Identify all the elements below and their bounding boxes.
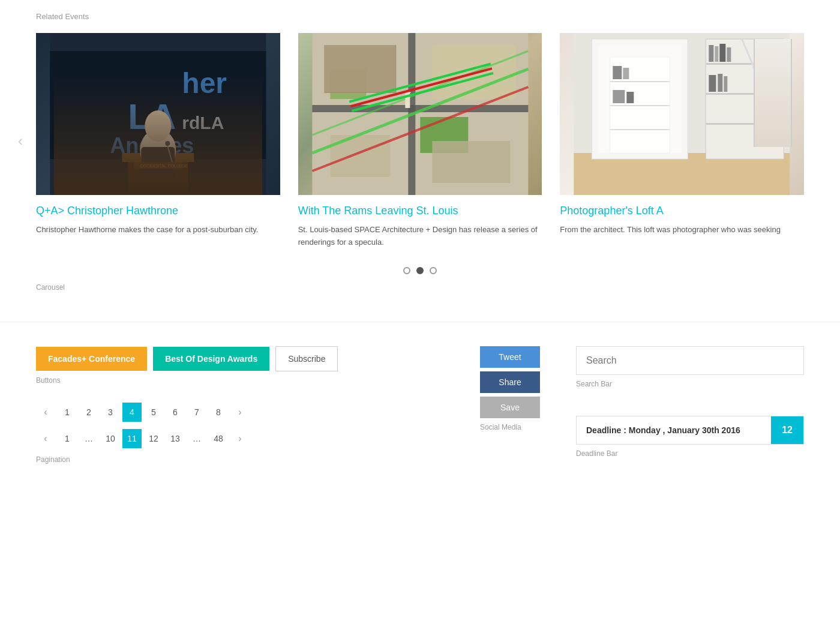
svg-rect-40: [709, 75, 716, 92]
facades-conference-button[interactable]: Facades+ Conference: [36, 347, 147, 371]
share-button[interactable]: Share: [480, 371, 540, 393]
deadline-bar: Deadline : Monday , January 30th 2016 12: [576, 416, 804, 445]
pagination-label: Pagination: [36, 455, 456, 464]
deadline-text: Deadline : Monday , January 30th 2016: [577, 417, 771, 443]
bottom-section: Facades+ Conference Best Of Design Award…: [0, 328, 840, 482]
deadline-bar-label: Deadline Bar: [576, 449, 804, 458]
search-bar-label: Search Bar: [576, 380, 804, 388]
social-media-label: Social Media: [480, 423, 552, 431]
svg-rect-28: [405, 93, 410, 108]
svg-line-11: [167, 144, 173, 165]
pagination-1-page-5[interactable]: 5: [144, 403, 163, 422]
svg-text:her: her: [182, 67, 227, 99]
carousel-label: Carousel: [36, 283, 804, 292]
pagination-1: ‹ 1 2 3 4 5 6 7 8 ›: [36, 403, 456, 422]
pagination-1-page-2[interactable]: 2: [79, 403, 98, 422]
pagination-2-page-10[interactable]: 10: [101, 429, 120, 448]
svg-text:LA: LA: [128, 97, 176, 137]
best-of-design-awards-button[interactable]: Best Of Design Awards: [153, 347, 269, 371]
svg-rect-41: [718, 74, 723, 92]
card-desc-1: Christopher Hawthorne makes the case for…: [36, 224, 280, 236]
pagination-2-page-11[interactable]: 11: [122, 429, 142, 448]
svg-rect-47: [610, 105, 670, 106]
related-events-label: Related Events: [36, 12, 804, 21]
svg-rect-46: [610, 81, 670, 82]
svg-rect-49: [613, 66, 622, 79]
pagination-2-next[interactable]: ›: [230, 429, 250, 448]
right-panel: Search Bar Deadline : Monday , January 3…: [576, 346, 804, 464]
pagination-1-page-1[interactable]: 1: [58, 403, 77, 422]
svg-text:Angeles: Angeles: [110, 133, 194, 158]
svg-rect-48: [610, 129, 670, 130]
svg-rect-42: [724, 76, 728, 92]
svg-text:rdLA: rdLA: [182, 113, 224, 133]
card-title-3[interactable]: Photographer's Loft A: [560, 204, 804, 218]
pagination-1-page-8[interactable]: 8: [209, 403, 228, 422]
pagination-2-prev[interactable]: ‹: [36, 429, 55, 448]
search-bar: [576, 346, 804, 375]
card-image-2: [298, 33, 542, 195]
pagination-1-page-4[interactable]: 4: [122, 403, 142, 422]
left-panel: Facades+ Conference Best Of Design Award…: [36, 346, 456, 464]
save-button[interactable]: Save: [480, 397, 540, 418]
svg-text:OCCIDENTAL COLLEGE: OCCIDENTAL COLLEGE: [140, 164, 188, 168]
pagination-2-page-13[interactable]: 13: [166, 429, 185, 448]
carousel-wrapper: ‹ her LA rdLA: [36, 33, 804, 249]
carousel-dot-1[interactable]: [403, 267, 410, 274]
cards-container: her LA rdLA Angeles: [36, 33, 804, 249]
pagination-1-page-7[interactable]: 7: [187, 403, 206, 422]
event-card-2: With The Rams Leaving St. Louis St. Loui…: [298, 33, 542, 249]
pagination-1-prev[interactable]: ‹: [36, 403, 55, 422]
svg-rect-6: [128, 159, 188, 195]
svg-rect-36: [709, 45, 714, 62]
social-media-panel: Tweet Share Save Social Media: [480, 346, 552, 464]
svg-rect-37: [715, 46, 719, 62]
svg-rect-39: [727, 47, 731, 62]
pagination-1-area: ‹ 1 2 3 4 5 6 7 8 › ‹ 1 … 10 11 12 13 …: [36, 403, 456, 448]
pagination-1-page-6[interactable]: 6: [166, 403, 185, 422]
search-input[interactable]: [577, 347, 803, 374]
svg-rect-51: [613, 90, 625, 103]
buttons-label: Buttons: [36, 376, 456, 385]
svg-rect-10: [141, 147, 175, 177]
svg-rect-38: [720, 44, 726, 62]
svg-rect-34: [706, 93, 784, 95]
subscribe-button[interactable]: Subscribe: [275, 346, 338, 371]
deadline-number: 12: [771, 416, 803, 444]
pagination-2-page-48[interactable]: 48: [209, 429, 228, 448]
svg-point-8: [140, 129, 176, 171]
svg-rect-13: [134, 162, 182, 169]
svg-rect-50: [623, 68, 629, 79]
carousel-dot-3[interactable]: [430, 267, 437, 274]
svg-rect-24: [432, 141, 510, 183]
pagination-2-page-12[interactable]: 12: [144, 429, 163, 448]
pagination-1-next[interactable]: ›: [230, 403, 250, 422]
svg-rect-33: [706, 63, 784, 65]
card-title-2[interactable]: With The Rams Leaving St. Louis: [298, 204, 542, 218]
card-title-1[interactable]: Q+A> Christopher Hawthrone: [36, 204, 280, 218]
carousel-dots: [36, 267, 804, 274]
card-image-1: her LA rdLA Angeles: [36, 33, 280, 195]
card-desc-3: From the architect. This loft was photog…: [560, 224, 804, 236]
svg-rect-0: [50, 33, 266, 195]
pagination-2-ellipsis-1: …: [79, 429, 98, 448]
svg-rect-7: [122, 153, 194, 162]
event-card-3: Photographer's Loft A From the architect…: [560, 33, 804, 249]
carousel-prev-button[interactable]: ‹: [12, 127, 29, 155]
event-card-1: her LA rdLA Angeles: [36, 33, 280, 249]
carousel-dot-2[interactable]: [416, 267, 424, 274]
pagination-1-page-3[interactable]: 3: [101, 403, 120, 422]
svg-rect-35: [706, 123, 784, 125]
svg-point-9: [145, 110, 171, 142]
card-image-3: [560, 33, 804, 195]
buttons-area: Facades+ Conference Best Of Design Award…: [36, 346, 456, 371]
pagination-2: ‹ 1 … 10 11 12 13 … 48 ›: [36, 429, 456, 448]
card-desc-2: St. Louis-based SPACE Architecture + Des…: [298, 224, 542, 249]
pagination-2-ellipsis-2: …: [187, 429, 206, 448]
svg-rect-1: [50, 51, 266, 159]
related-events-section: Related Events ‹ her LA rd: [0, 0, 840, 316]
svg-point-12: [165, 141, 170, 146]
tweet-button[interactable]: Tweet: [480, 346, 540, 368]
pagination-2-page-1[interactable]: 1: [58, 429, 77, 448]
svg-rect-52: [627, 92, 634, 103]
